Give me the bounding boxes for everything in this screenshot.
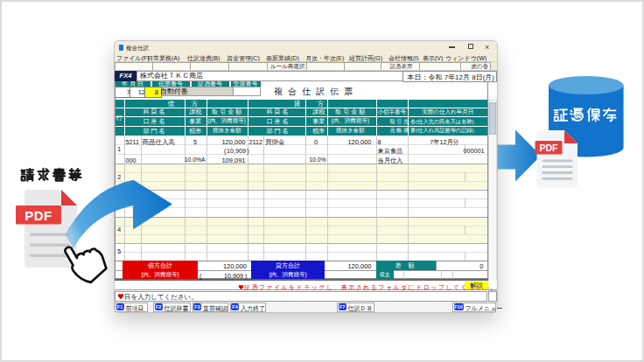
svg-text:PDF: PDF: [540, 143, 559, 153]
svg-text:PDF: PDF: [24, 208, 52, 223]
